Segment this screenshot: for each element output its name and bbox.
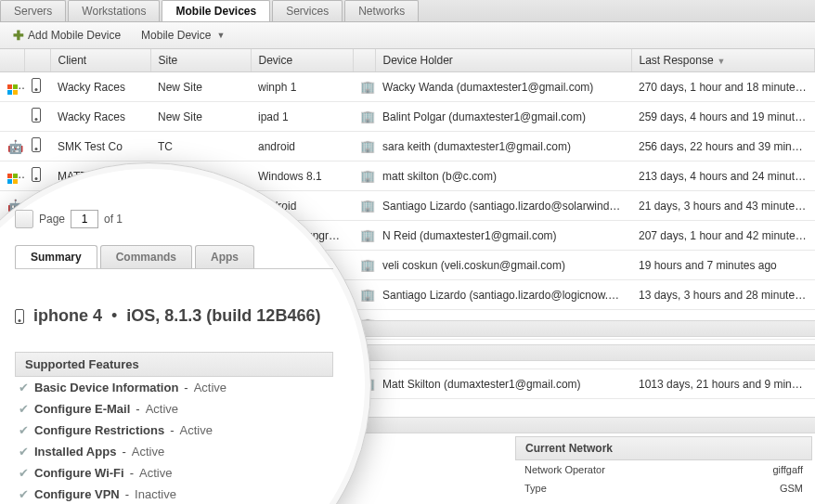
feature-status: Active xyxy=(132,445,164,459)
feature-row: ✔Installed Apps - Active xyxy=(15,441,333,462)
last-response-cell: 207 days, 1 hour and 42 minutes ago xyxy=(631,221,815,251)
mobile-device-menu[interactable]: Mobile Device ▼ xyxy=(136,27,230,44)
grid-header-row: Client Site Device Device Holder Last Re… xyxy=(0,49,815,72)
os-cell xyxy=(0,102,24,132)
network-operator-label: Network Operator xyxy=(524,464,605,475)
holder-cell: Balint Polgar (dumaxtester1@gmail.com) xyxy=(375,102,631,132)
feature-status: Active xyxy=(179,423,212,437)
last-response-cell: 259 days, 4 hours and 19 minutes ago xyxy=(631,102,815,132)
last-response-cell: 19 hours and 7 minutes ago xyxy=(631,251,815,280)
check-icon: ✔ xyxy=(19,381,29,394)
last-response-cell: 270 days, 1 hour and 18 minutes ago xyxy=(631,72,815,102)
device-title: iphone 4 • iOS, 8.1.3 (build 12B466) xyxy=(15,306,333,326)
last-response-cell: 13 days, 3 hours and 28 minutes ago xyxy=(631,280,815,310)
plus-icon: ✚ xyxy=(13,28,24,43)
feature-name: Configure E-Mail xyxy=(34,402,130,416)
col-holder-icon[interactable] xyxy=(353,49,375,72)
building-icon: 🏢 xyxy=(360,169,375,183)
supported-features-title: Supported Features xyxy=(15,352,333,377)
building-icon: 🏢 xyxy=(360,199,375,213)
feature-status: Active xyxy=(139,466,172,480)
toolbar: ✚ Add Mobile Device Mobile Device ▼ xyxy=(0,22,815,49)
pager-page-label: Page xyxy=(39,213,65,226)
table-row[interactable]: Wacky RacesNew Siteipad 1🏢Balint Polgar … xyxy=(0,102,815,132)
col-device-icon[interactable] xyxy=(24,49,50,72)
network-type-row: Type GSM xyxy=(515,479,812,498)
client-cell: SMK Test Co xyxy=(50,132,150,162)
tab-commands[interactable]: Commands xyxy=(100,245,192,268)
check-icon: ✔ xyxy=(19,466,29,480)
feature-name: Configure VPN xyxy=(34,487,120,501)
table-row[interactable]: Wacky RacesNew Sitewinph 1🏢Wacky Wanda (… xyxy=(0,72,815,102)
os-cell xyxy=(0,162,24,191)
device-cell: android xyxy=(251,132,353,162)
phone-icon xyxy=(15,309,24,324)
holder-icon-cell: 🏢 xyxy=(353,102,375,132)
tab-mobile-devices[interactable]: Mobile Devices xyxy=(162,0,270,21)
last-response-cell: 256 days, 22 hours and 39 minutes ago xyxy=(631,132,815,162)
holder-cell: Santiago Lizardo (santiago.lizardo@logic… xyxy=(375,280,631,310)
holder-cell: veli coskun (veli.coskun@gmail.com) xyxy=(375,251,631,280)
holder-cell: sara keith (dumaxtester1@gmail.com) xyxy=(375,132,631,162)
pager-prev-button[interactable] xyxy=(15,210,33,228)
feature-status: Inactive xyxy=(135,487,176,501)
site-cell: TC xyxy=(150,132,251,162)
device-type-cell xyxy=(24,132,50,162)
windows-icon xyxy=(7,84,18,95)
table-row[interactable]: 🤖SMK Test CoTCandroid🏢sara keith (dumaxt… xyxy=(0,132,815,162)
add-mobile-device-button[interactable]: ✚ Add Mobile Device xyxy=(7,26,126,45)
device-type-cell xyxy=(24,102,50,132)
pager: Page of 1 xyxy=(15,210,333,228)
building-icon: 🏢 xyxy=(360,228,375,242)
check-icon: ✔ xyxy=(19,423,29,437)
tab-workstations[interactable]: Workstations xyxy=(68,0,160,21)
pager-page-input[interactable] xyxy=(71,210,98,228)
holder-cell: matt skilton (b@c.com) xyxy=(375,162,631,191)
phone-icon xyxy=(32,167,41,182)
menu-label: Mobile Device xyxy=(141,29,211,42)
device-cell: ipad 1 xyxy=(251,102,353,132)
building-icon: 🏢 xyxy=(360,258,375,272)
feature-status: Active xyxy=(146,402,178,416)
device-name: iphone 4 xyxy=(33,306,102,326)
tab-summary[interactable]: Summary xyxy=(15,245,97,268)
network-type-label: Type xyxy=(524,483,547,494)
main-tabs: Servers Workstations Mobile Devices Serv… xyxy=(0,0,815,22)
feature-name: Configure Restrictions xyxy=(34,423,164,437)
feature-row: ✔Configure VPN - Inactive xyxy=(15,484,333,504)
holder-icon-cell: 🏢 xyxy=(353,221,375,251)
holder-icon-cell: 🏢 xyxy=(353,251,375,280)
os-cell: 🤖 xyxy=(0,132,24,162)
col-client[interactable]: Client xyxy=(50,49,150,72)
col-holder[interactable]: Device Holder xyxy=(375,49,631,72)
pager-of-label: of 1 xyxy=(104,213,123,226)
device-cell: winph 1 xyxy=(251,72,353,102)
site-cell: New Site xyxy=(150,102,251,132)
col-os-icon[interactable] xyxy=(0,49,24,72)
tab-servers[interactable]: Servers xyxy=(0,0,66,21)
os-cell xyxy=(0,72,24,102)
tab-networks[interactable]: Networks xyxy=(344,0,419,21)
network-operator-value: giffgaff xyxy=(772,464,803,475)
supported-features-section: Supported Features ✔Basic Device Informa… xyxy=(15,352,333,504)
network-type-value: GSM xyxy=(780,483,803,494)
sort-desc-icon: ▼ xyxy=(718,57,726,66)
client-cell: Wacky Races xyxy=(50,102,150,132)
col-site[interactable]: Site xyxy=(150,49,251,72)
current-network-title: Current Network xyxy=(515,436,812,460)
tab-apps[interactable]: Apps xyxy=(195,245,254,268)
holder-icon-cell: 🏢 xyxy=(353,132,375,162)
network-operator-row: Network Operator giffgaff xyxy=(515,460,812,479)
title-separator: • xyxy=(111,306,117,326)
col-device[interactable]: Device xyxy=(251,49,353,72)
building-icon: 🏢 xyxy=(360,110,375,123)
device-type-cell xyxy=(24,72,50,102)
holder-cell: Wacky Wanda (dumaxtester1@gmail.com) xyxy=(375,72,631,102)
last-response-cell: 213 days, 4 hours and 24 minutes ago xyxy=(631,162,815,191)
phone-icon xyxy=(32,108,41,123)
phone-icon xyxy=(32,78,41,93)
phone-icon xyxy=(32,137,41,152)
col-last-response[interactable]: Last Response▼ xyxy=(631,49,815,72)
tab-services[interactable]: Services xyxy=(272,0,343,21)
chevron-down-icon: ▼ xyxy=(216,31,225,40)
